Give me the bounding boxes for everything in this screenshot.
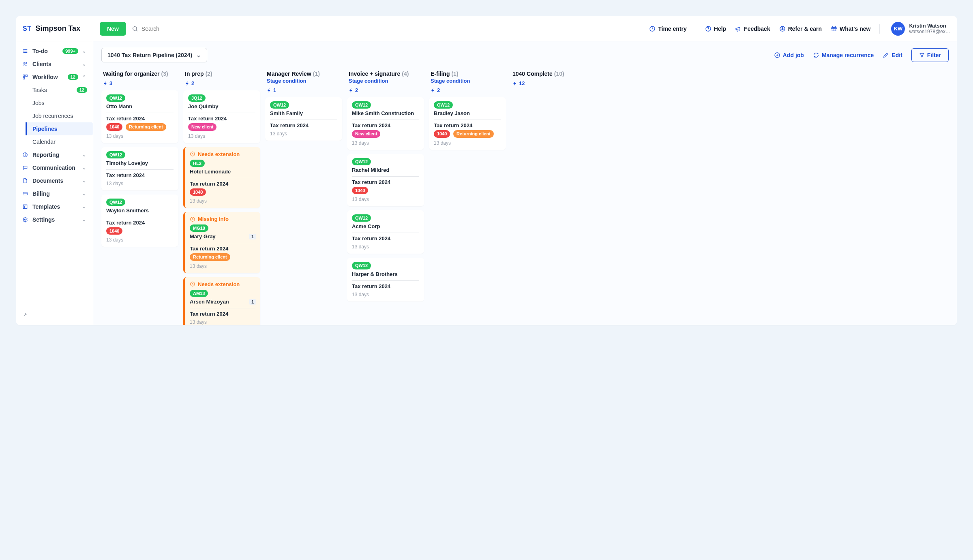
sidebar-item-pipelines[interactable]: Pipelines <box>26 122 93 135</box>
sidebar-item-settings[interactable]: Settings ⌄ <box>16 213 93 226</box>
column-title: In prep <box>185 71 204 77</box>
automation-count[interactable]: 3 <box>103 80 177 86</box>
client-name: Harper & Brothers <box>352 271 419 277</box>
add-job-button[interactable]: Add job <box>774 52 804 58</box>
divider <box>696 24 696 34</box>
chevron-down-icon: ⌄ <box>82 178 87 184</box>
svg-point-12 <box>23 51 24 51</box>
brand-logo: ST <box>23 25 31 32</box>
sidebar-item-calendar[interactable]: Calendar <box>27 135 93 148</box>
search-input[interactable] <box>141 26 263 32</box>
column-in-prep: In prep (2) 2 JQ12 Joe Quimby Tax return… <box>183 69 260 317</box>
sidebar-item-tasks[interactable]: Tasks 12 <box>27 83 93 96</box>
job-card[interactable]: QW12 Smith Family Tax return 2024 13 day… <box>265 97 342 141</box>
bolt-icon <box>103 81 108 86</box>
job-card[interactable]: Needs extension AM13 1 Arsen Mirzoyan Ta… <box>183 277 260 325</box>
user-menu[interactable]: KW Kristin Watson watson1978@ex… <box>891 22 950 36</box>
divider <box>879 24 880 34</box>
feedback-button[interactable]: Feedback <box>735 26 770 32</box>
search-box[interactable] <box>132 26 263 32</box>
stage-condition-link[interactable]: Stage condition <box>267 78 341 84</box>
stage-condition-link[interactable]: Stage condition <box>349 78 422 84</box>
bolt-icon <box>431 88 435 93</box>
job-card[interactable]: QW12 Mike Smith Construction Tax return … <box>347 97 424 150</box>
pipeline-select-label: 1040 Tax Return Pipeline (2024) <box>107 52 192 58</box>
refer-button[interactable]: Refer & earn <box>779 26 822 32</box>
sidebar-item-billing[interactable]: Billing ⌄ <box>16 187 93 200</box>
sidebar-item-reporting[interactable]: Reporting ⌄ <box>16 148 93 161</box>
main-content: 1040 Tax Return Pipeline (2024) ⌄ Add jo… <box>93 41 957 325</box>
time-entry-button[interactable]: Time entry <box>649 26 687 32</box>
avatar: KW <box>891 22 905 36</box>
brand-name: Simpson Tax <box>35 24 80 33</box>
automation-count[interactable]: 2 <box>431 87 504 93</box>
column-count: (2) <box>206 71 212 77</box>
chevron-down-icon: ⌄ <box>82 62 87 67</box>
warning-label: Missing info <box>198 216 229 222</box>
column-count: (1) <box>313 71 320 77</box>
days-text: 13 days <box>190 263 255 269</box>
workflow-icon <box>22 74 28 80</box>
days-text: 13 days <box>352 244 419 250</box>
chevron-down-icon: ⌄ <box>82 152 87 158</box>
job-card[interactable]: QW12 Waylon Smithers Tax return 2024 104… <box>101 195 178 247</box>
client-chip: HL2 <box>190 160 205 167</box>
new-button[interactable]: New <box>100 22 126 36</box>
sidebar-item-communication[interactable]: Communication ⌄ <box>16 161 93 174</box>
automation-count[interactable]: 1 <box>267 87 341 93</box>
chat-icon <box>22 165 28 171</box>
column-1040-complete: 1040 Complete (10) 12 <box>511 69 588 317</box>
chart-icon <box>22 152 28 158</box>
sidebar-item-templates[interactable]: Templates ⌄ <box>16 200 93 213</box>
job-card[interactable]: QW12 Harper & Brothers Tax return 2024 1… <box>347 258 424 301</box>
svg-line-1 <box>136 30 137 31</box>
tag-returning: Returning client <box>190 253 230 261</box>
days-text: 13 days <box>352 140 419 146</box>
job-card[interactable]: QW12 Bradley Jason Tax return 2024 1040 … <box>429 97 506 150</box>
help-button[interactable]: Help <box>705 26 726 32</box>
stage-condition-link[interactable]: Stage condition <box>431 78 504 84</box>
job-card[interactable]: QW12 Rachel Mildred Tax return 2024 1040… <box>347 154 424 207</box>
sidebar-item-job-recurrences[interactable]: Job recurrences <box>27 109 93 122</box>
tag-1040: 1040 <box>352 187 368 194</box>
tag-1040: 1040 <box>434 130 450 137</box>
manage-recurrence-button[interactable]: Manage recurrence <box>813 52 874 58</box>
client-name: Smith Family <box>270 110 337 116</box>
job-card[interactable]: Needs extension HL2 Hotel Lemonade Tax r… <box>183 147 260 208</box>
job-card[interactable]: QW12 Otto Mann Tax return 2024 1040 Retu… <box>101 90 178 143</box>
job-card[interactable]: JQ12 Joe Quimby Tax return 2024 New clie… <box>183 90 260 143</box>
svg-rect-18 <box>23 77 25 79</box>
sidebar-item-clients[interactable]: Clients ⌄ <box>16 58 93 71</box>
client-name: Waylon Smithers <box>106 207 174 214</box>
sidebar-item-label: Tasks <box>32 87 73 93</box>
chevron-down-icon: ⌄ <box>82 165 87 171</box>
toolbar: 1040 Tax Return Pipeline (2024) ⌄ Add jo… <box>93 41 957 66</box>
job-card[interactable]: QW12 Acme Corp Tax return 2024 13 days <box>347 210 424 254</box>
automation-count[interactable]: 2 <box>349 87 422 93</box>
client-chip: QW12 <box>106 199 125 206</box>
column-manager-review: Manager Review (1) Stage condition 1 QW1… <box>265 69 342 317</box>
filter-button[interactable]: Filter <box>911 48 949 62</box>
sidebar-item-documents[interactable]: Documents ⌄ <box>16 174 93 187</box>
client-chip: QW12 <box>352 262 371 269</box>
pipeline-select[interactable]: 1040 Tax Return Pipeline (2024) ⌄ <box>101 48 207 62</box>
bolt-icon <box>349 88 354 93</box>
days-text: 13 days <box>190 319 255 325</box>
sidebar-item-workflow[interactable]: Workflow 12 ⌃ <box>16 71 93 83</box>
job-title: Tax return 2024 <box>188 115 255 122</box>
pin-sidebar-button[interactable] <box>16 308 93 322</box>
sidebar-item-todo[interactable]: To-do 999+ ⌄ <box>16 45 93 58</box>
svg-point-14 <box>24 62 26 64</box>
job-title: Tax return 2024 <box>434 122 501 128</box>
whatsnew-button[interactable]: What's new <box>831 26 870 32</box>
job-card[interactable]: QW12 Timothy Lovejoy Tax return 2024 13 … <box>101 147 178 190</box>
edit-button[interactable]: Edit <box>883 52 902 58</box>
manage-recurrence-label: Manage recurrence <box>822 52 874 58</box>
automation-count[interactable]: 2 <box>185 80 259 86</box>
automation-count[interactable]: 12 <box>512 80 586 86</box>
job-card[interactable]: Missing info MG10 1 Mary Gray Tax return… <box>183 212 260 273</box>
sidebar-item-label: Jobs <box>32 100 87 106</box>
sidebar-item-jobs[interactable]: Jobs <box>27 96 93 109</box>
feedback-label: Feedback <box>744 26 770 32</box>
card-count-badge: 1 <box>249 299 256 305</box>
